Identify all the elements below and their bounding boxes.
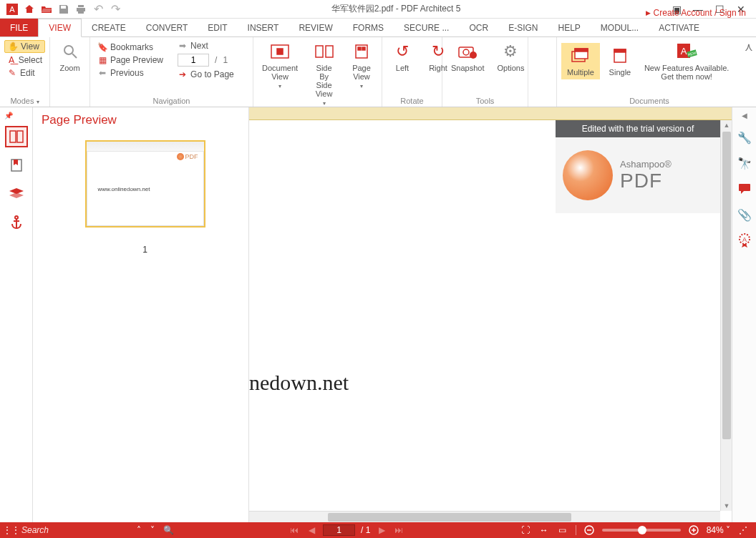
fit-width-icon[interactable]: ↔ bbox=[538, 524, 550, 536]
zoom-level[interactable]: 84% ˅ bbox=[707, 525, 730, 535]
rail-bookmarks-button[interactable] bbox=[5, 155, 28, 176]
app-logo-icon[interactable]: A bbox=[6, 3, 19, 16]
page-thumbnail[interactable]: PDF www.onlinedown.net bbox=[85, 140, 205, 228]
home-icon[interactable] bbox=[23, 3, 36, 16]
tab-insert[interactable]: INSERT bbox=[238, 19, 289, 36]
save-icon[interactable] bbox=[57, 3, 70, 16]
zoom-slider[interactable] bbox=[602, 529, 681, 532]
zoom-out-icon[interactable] bbox=[583, 524, 595, 536]
svg-point-26 bbox=[15, 216, 18, 219]
horizontal-scroll-thumb[interactable] bbox=[328, 513, 571, 522]
print-icon[interactable] bbox=[74, 3, 87, 16]
thumb-text: www.onlinedown.net bbox=[98, 186, 150, 192]
document-view-icon bbox=[268, 41, 291, 62]
rail-thumbnails-button[interactable] bbox=[5, 126, 28, 147]
tab-create[interactable]: CREATE bbox=[82, 19, 136, 36]
search-prev-icon[interactable]: ˄ bbox=[133, 524, 145, 536]
tab-view[interactable]: VIEW bbox=[38, 19, 82, 37]
previous-button[interactable]: ⬅Previous bbox=[94, 67, 166, 79]
undo-icon[interactable]: ↶ bbox=[92, 3, 105, 16]
options-button[interactable]: ⚙Options bbox=[493, 40, 528, 74]
tab-convert[interactable]: CONVERT bbox=[136, 19, 198, 36]
svg-rect-9 bbox=[358, 47, 361, 50]
right-rail-collapse-icon[interactable]: ◀ bbox=[742, 112, 747, 119]
page-preview-button[interactable]: ▦Page Preview bbox=[94, 54, 166, 66]
search-next-icon[interactable]: ˅ bbox=[147, 524, 158, 536]
status-menu-icon[interactable]: ⋮⋮ bbox=[6, 524, 17, 536]
status-right: ⛶ ↔ ▭ 84% ˅ ⋰ bbox=[520, 524, 756, 536]
rail-anchor-button[interactable] bbox=[5, 212, 28, 233]
tab-file[interactable]: FILE bbox=[0, 19, 38, 36]
bookmark-icon: 🔖 bbox=[97, 42, 107, 52]
multiple-docs-button[interactable]: Multiple bbox=[561, 43, 600, 79]
comment-icon[interactable] bbox=[737, 181, 752, 197]
ashampoo-logo-icon bbox=[563, 150, 613, 200]
pin-icon[interactable]: 📌 bbox=[0, 112, 13, 119]
mode-select-button[interactable]: A͟Select bbox=[4, 54, 45, 66]
svg-point-13 bbox=[470, 52, 477, 59]
collapse-ribbon-button[interactable]: ⋏ bbox=[742, 37, 756, 107]
status-resize-icon[interactable]: ⋰ bbox=[737, 524, 749, 536]
tab-secure[interactable]: SECURE ... bbox=[394, 19, 459, 36]
scroll-down-icon[interactable]: ▼ bbox=[721, 501, 732, 511]
trial-banner: Edited with the trial version of Ashampo… bbox=[556, 120, 720, 213]
new-features-button[interactable]: ANEWNew Features Available.Get them now! bbox=[640, 40, 733, 82]
stamp-icon[interactable]: A bbox=[737, 233, 752, 248]
mode-edit-button[interactable]: ✎Edit bbox=[4, 67, 45, 79]
side-by-side-button[interactable]: Side By Side View▾ bbox=[306, 40, 341, 108]
new-features-icon: ANEW bbox=[675, 41, 698, 62]
svg-point-2 bbox=[64, 46, 73, 54]
bookmarks-button[interactable]: 🔖Bookmarks bbox=[94, 41, 166, 53]
actual-size-icon[interactable]: ▭ bbox=[557, 524, 568, 536]
status-page-sep: / 1 bbox=[361, 525, 370, 535]
page-view-icon bbox=[350, 41, 373, 62]
rotate-left-button[interactable]: ↺Left bbox=[387, 40, 418, 74]
page-view-button[interactable]: Page View▾ bbox=[346, 40, 377, 91]
first-page-icon[interactable]: ⏮ bbox=[289, 524, 300, 536]
ribbon-group-documents: Multiple Single ANEWNew Features Availab… bbox=[557, 37, 742, 107]
next-page-status-icon[interactable]: ▶ bbox=[376, 524, 387, 536]
open-icon[interactable] bbox=[40, 3, 53, 16]
account-link[interactable]: ▶ Create Account / Sign In bbox=[646, 6, 756, 20]
ribbon-group-tools: Snapshot ⚙Options Tools bbox=[442, 37, 528, 107]
tab-ocr[interactable]: OCR bbox=[459, 19, 498, 36]
prev-page-status-icon[interactable]: ◀ bbox=[306, 524, 317, 536]
tab-help[interactable]: HELP bbox=[548, 19, 590, 36]
tab-activate[interactable]: ACTIVATE bbox=[649, 19, 709, 36]
document-canvas[interactable]: Edited with the trial version of Ashampo… bbox=[249, 120, 720, 511]
zoom-in-icon[interactable] bbox=[688, 524, 699, 536]
search-go-icon[interactable]: 🔍 bbox=[163, 524, 174, 536]
status-page-current[interactable]: 1 bbox=[323, 524, 355, 536]
tab-modules[interactable]: MODUL... bbox=[591, 19, 649, 36]
last-page-icon[interactable]: ⏭ bbox=[393, 524, 404, 536]
attachment-icon[interactable]: 📎 bbox=[737, 207, 752, 222]
document-content-text: nedown.net bbox=[249, 371, 349, 395]
tools-wrench-icon[interactable]: 🔧 bbox=[737, 129, 752, 145]
search-input[interactable] bbox=[21, 525, 129, 535]
vertical-scrollbar[interactable]: ▲ ▼ bbox=[720, 120, 732, 511]
mode-view-button[interactable]: ✋View bbox=[4, 40, 45, 53]
binoculars-icon[interactable]: 🔭 bbox=[737, 155, 752, 171]
search-nav: ˄ ˅ bbox=[133, 524, 158, 536]
fit-page-icon[interactable]: ⛶ bbox=[520, 524, 531, 536]
next-button[interactable]: ➡Next bbox=[175, 40, 237, 52]
single-doc-button[interactable]: Single bbox=[604, 44, 636, 78]
document-view-button[interactable]: Document View▾ bbox=[258, 40, 302, 91]
tab-edit[interactable]: EDIT bbox=[198, 19, 237, 36]
tab-forms[interactable]: FORMS bbox=[343, 19, 394, 36]
svg-point-12 bbox=[463, 49, 469, 55]
tab-review[interactable]: REVIEW bbox=[289, 19, 342, 36]
snapshot-button[interactable]: Snapshot bbox=[447, 40, 488, 74]
goto-page-button[interactable]: ➔Go to Page bbox=[175, 69, 237, 80]
rail-layers-button[interactable] bbox=[5, 183, 28, 205]
group-label-tools: Tools bbox=[447, 95, 523, 105]
redo-icon[interactable]: ↷ bbox=[109, 3, 122, 16]
zoom-slider-knob[interactable] bbox=[638, 526, 646, 534]
horizontal-scrollbar[interactable] bbox=[249, 511, 720, 522]
scroll-up-icon[interactable]: ▲ bbox=[721, 120, 732, 130]
zoom-button[interactable]: Zoom bbox=[54, 40, 85, 74]
page-number-input[interactable] bbox=[178, 54, 209, 67]
tab-esign[interactable]: E-SIGN bbox=[498, 19, 548, 36]
vertical-scroll-thumb[interactable] bbox=[722, 132, 731, 439]
svg-rect-16 bbox=[575, 49, 588, 52]
